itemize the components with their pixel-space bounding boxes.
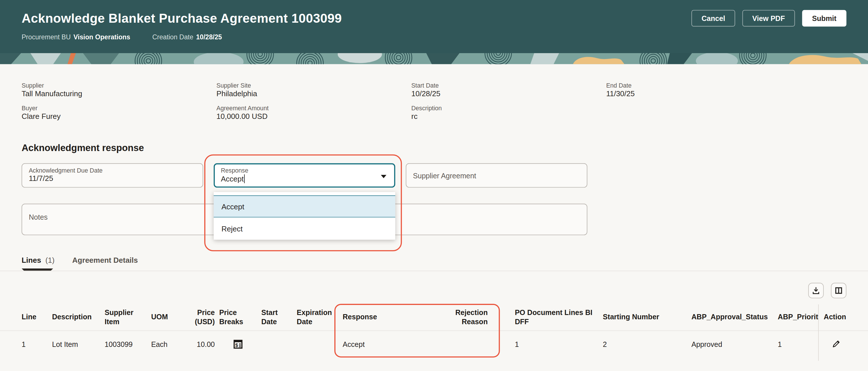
response-dropdown-list: Accept Reject bbox=[214, 192, 395, 240]
response-label: Response bbox=[221, 167, 388, 174]
submit-button[interactable]: Submit bbox=[802, 10, 846, 27]
summary-supplier: Supplier Tall Manufacturing bbox=[22, 82, 216, 98]
agreement-amount-value: 10,000.00 USD bbox=[217, 112, 411, 121]
col-description[interactable]: Description bbox=[52, 313, 104, 322]
supplier-label: Supplier bbox=[22, 82, 216, 88]
end-date-value: 11/30/25 bbox=[606, 90, 801, 98]
header-actions: Cancel View PDF Submit bbox=[692, 10, 846, 27]
col-response[interactable]: Response bbox=[343, 313, 431, 322]
acknowledgment-response-form: Acknowledgment Due Date 11/7/25 Response… bbox=[22, 163, 846, 236]
cell-abp-priority: 1 bbox=[778, 340, 818, 348]
creation-date-label: Creation Date bbox=[152, 33, 193, 41]
cell-supplier-item: 1003099 bbox=[104, 340, 151, 348]
summary-start-date: Start Date 10/28/25 bbox=[411, 82, 606, 98]
screenshot-viewport: Acknowledge Blanket Purchase Agreement 1… bbox=[0, 0, 868, 371]
text-caret bbox=[244, 174, 245, 183]
detail-tabs: Lines (1) Agreement Details bbox=[22, 253, 846, 271]
cell-price-usd: 10.00 bbox=[184, 340, 219, 348]
response-option-accept[interactable]: Accept bbox=[214, 195, 395, 217]
response-combobox[interactable]: Response Accept bbox=[214, 163, 395, 188]
col-po-document-lines-bi-dff[interactable]: PO Document Lines BI DFF bbox=[492, 308, 602, 327]
notes-placeholder: Notes bbox=[29, 213, 48, 221]
creation-date: Creation Date 10/28/25 bbox=[152, 33, 222, 41]
col-line[interactable]: Line bbox=[22, 313, 52, 322]
download-button[interactable] bbox=[808, 283, 824, 298]
view-pdf-button[interactable]: View PDF bbox=[742, 10, 795, 27]
table-row: 1 Lot Item 1003099 Each 10.00 $ bbox=[0, 331, 868, 358]
col-action[interactable]: Action bbox=[818, 313, 868, 322]
chevron-down-icon[interactable] bbox=[381, 175, 386, 178]
response-value: Accept bbox=[221, 175, 244, 183]
col-expiration-date[interactable]: Expiration Date bbox=[297, 308, 343, 327]
procurement-bu-label: Procurement BU bbox=[22, 33, 71, 41]
summary-description: Description rc bbox=[411, 104, 606, 121]
col-supplier-item[interactable]: Supplier Item bbox=[104, 308, 151, 327]
lines-table: Line Description Supplier Item UOM Price… bbox=[0, 304, 868, 358]
edit-pencil-icon[interactable] bbox=[832, 339, 842, 349]
price-breaks-icon[interactable]: $ bbox=[232, 339, 244, 350]
acknowledgment-response-heading: Acknowledgment response bbox=[22, 143, 846, 154]
buyer-label: Buyer bbox=[22, 104, 216, 111]
cell-uom: Each bbox=[151, 340, 184, 348]
header-meta: Procurement BU Vision Operations Creatio… bbox=[22, 33, 846, 41]
supplier-agreement-field[interactable]: Supplier Agreement bbox=[406, 163, 587, 188]
manage-columns-icon bbox=[834, 286, 843, 295]
decorative-leaf-band bbox=[0, 53, 868, 64]
col-starting-number[interactable]: Starting Number bbox=[603, 313, 691, 322]
description-label: Description bbox=[411, 104, 606, 111]
tab-lines[interactable]: Lines (1) bbox=[22, 256, 55, 264]
start-date-value: 10/28/25 bbox=[411, 90, 606, 98]
table-header-row: Line Description Supplier Item UOM Price… bbox=[0, 304, 868, 331]
cell-price-breaks: $ bbox=[219, 339, 261, 350]
download-icon bbox=[811, 286, 820, 295]
summary-end-date: End Date 11/30/25 bbox=[606, 82, 801, 98]
acknowledge-bpa-page: Acknowledge Blanket Purchase Agreement 1… bbox=[0, 0, 868, 371]
svg-text:$: $ bbox=[235, 342, 238, 348]
cell-abp-approval-status: Approved bbox=[691, 340, 778, 348]
cell-action bbox=[818, 339, 868, 350]
col-start-date[interactable]: Start Date bbox=[261, 308, 297, 327]
col-abp-priority[interactable]: ABP_Priorit bbox=[778, 313, 818, 322]
col-uom[interactable]: UOM bbox=[151, 313, 184, 322]
tab-agreement-details[interactable]: Agreement Details bbox=[72, 256, 138, 264]
col-abp-approval-status[interactable]: ABP_Approval_Status bbox=[691, 313, 778, 322]
supplier-site-label: Supplier Site bbox=[217, 82, 411, 88]
action-column-divider bbox=[818, 304, 819, 361]
cell-response: Accept bbox=[343, 340, 431, 348]
acknowledgment-due-date-value: 11/7/25 bbox=[29, 174, 196, 183]
tab-lines-label: Lines bbox=[22, 256, 41, 264]
supplier-value: Tall Manufacturing bbox=[22, 90, 216, 98]
agreement-summary: Supplier Tall Manufacturing Supplier Sit… bbox=[22, 82, 846, 121]
description-value: rc bbox=[411, 112, 606, 121]
cell-starting-number: 2 bbox=[603, 340, 691, 348]
cell-po-document-lines-bi-dff: 1 bbox=[492, 340, 602, 348]
procurement-bu-value: Vision Operations bbox=[73, 33, 130, 41]
summary-buyer: Buyer Clare Furey bbox=[22, 104, 216, 121]
agreement-amount-label: Agreement Amount bbox=[217, 104, 411, 111]
table-toolbar bbox=[22, 283, 846, 298]
col-price-breaks[interactable]: Price Breaks bbox=[219, 308, 261, 327]
acknowledgment-due-date-label: Acknowledgment Due Date bbox=[29, 167, 196, 174]
col-rejection-reason[interactable]: Rejection Reason bbox=[431, 308, 492, 327]
cancel-button[interactable]: Cancel bbox=[692, 10, 735, 27]
manage-columns-button[interactable] bbox=[831, 283, 846, 298]
start-date-label: Start Date bbox=[411, 82, 606, 88]
cell-description: Lot Item bbox=[52, 340, 104, 348]
cell-line: 1 bbox=[22, 340, 52, 348]
supplier-agreement-placeholder: Supplier Agreement bbox=[413, 171, 476, 180]
tab-lines-count: (1) bbox=[45, 256, 55, 264]
summary-supplier-site: Supplier Site Philadelphia bbox=[217, 82, 411, 98]
col-price-usd[interactable]: Price (USD) bbox=[184, 308, 219, 327]
tabs-divider bbox=[0, 271, 868, 271]
supplier-site-value: Philadelphia bbox=[217, 90, 411, 98]
buyer-value: Clare Furey bbox=[22, 112, 216, 121]
summary-agreement-amount: Agreement Amount 10,000.00 USD bbox=[217, 104, 411, 121]
end-date-label: End Date bbox=[606, 82, 801, 88]
main-content: Supplier Tall Manufacturing Supplier Sit… bbox=[0, 82, 868, 358]
acknowledgment-due-date-field[interactable]: Acknowledgment Due Date 11/7/25 bbox=[22, 163, 203, 188]
page-header: Acknowledge Blanket Purchase Agreement 1… bbox=[0, 0, 868, 53]
procurement-bu: Procurement BU Vision Operations bbox=[22, 33, 130, 41]
response-option-reject[interactable]: Reject bbox=[214, 217, 395, 240]
creation-date-value: 10/28/25 bbox=[196, 33, 222, 41]
